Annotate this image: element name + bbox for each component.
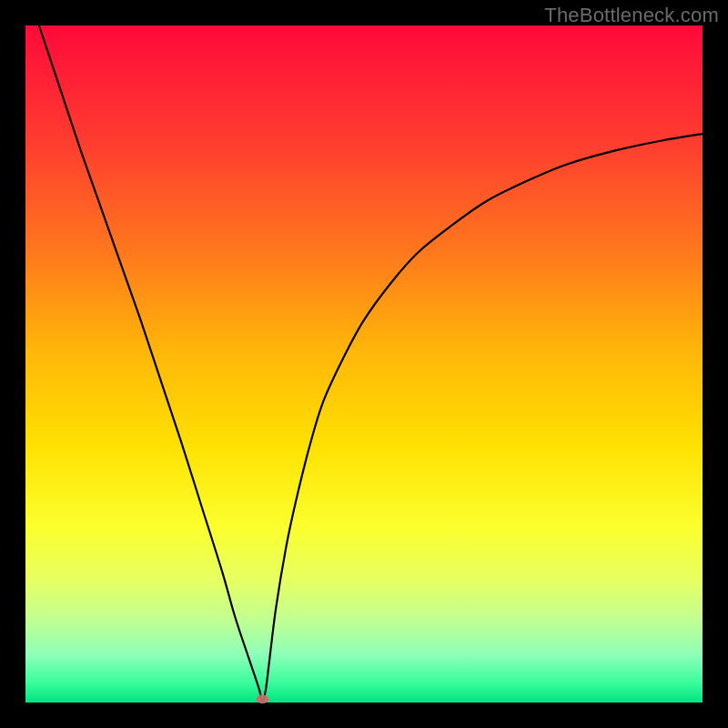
curve-layer: [25, 25, 703, 703]
optimum-marker: [256, 694, 268, 703]
watermark: TheBottleneck.com: [544, 4, 719, 27]
bottleneck-curve: [39, 25, 703, 703]
chart-frame: TheBottleneck.com: [0, 0, 728, 728]
plot-area: [25, 25, 703, 703]
